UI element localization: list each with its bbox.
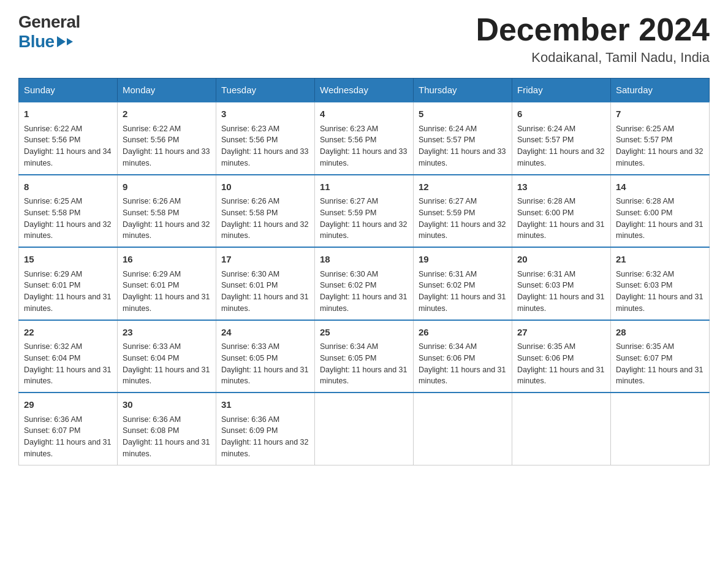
daylight-label: Daylight: 11 hours and 33 minutes.: [320, 147, 407, 167]
daylight-label: Daylight: 11 hours and 31 minutes.: [517, 293, 604, 313]
day-number: 26: [419, 326, 507, 340]
sunrise-label: Sunrise: 6:23 AM: [221, 124, 279, 133]
sunrise-label: Sunrise: 6:34 AM: [419, 342, 477, 351]
day-number: 9: [123, 180, 211, 194]
header-tuesday: Tuesday: [216, 79, 315, 102]
table-row: 2 Sunrise: 6:22 AM Sunset: 5:56 PM Dayli…: [118, 102, 216, 175]
sunrise-label: Sunrise: 6:24 AM: [419, 124, 477, 133]
sunset-label: Sunset: 6:00 PM: [616, 209, 672, 217]
table-row: 15 Sunrise: 6:29 AM Sunset: 6:01 PM Dayl…: [19, 247, 118, 320]
sunrise-label: Sunrise: 6:36 AM: [221, 415, 279, 424]
page-header: General Blue December 2024 Kodaikanal, T…: [18, 12, 710, 66]
day-number: 7: [616, 107, 704, 121]
day-number: 18: [320, 253, 408, 267]
day-number: 12: [419, 180, 507, 194]
sunrise-label: Sunrise: 6:32 AM: [24, 342, 82, 351]
table-row: 3 Sunrise: 6:23 AM Sunset: 5:56 PM Dayli…: [216, 102, 315, 175]
daylight-label: Daylight: 11 hours and 32 minutes.: [517, 147, 604, 167]
table-row: 10 Sunrise: 6:26 AM Sunset: 5:58 PM Dayl…: [216, 175, 315, 248]
table-row: [315, 393, 414, 465]
sunset-label: Sunset: 6:07 PM: [616, 354, 672, 362]
table-row: 17 Sunrise: 6:30 AM Sunset: 6:01 PM Dayl…: [216, 247, 315, 320]
sunrise-label: Sunrise: 6:34 AM: [320, 342, 378, 351]
daylight-label: Daylight: 11 hours and 31 minutes.: [320, 366, 407, 386]
day-number: 1: [24, 107, 112, 121]
logo-general-text: General: [18, 12, 80, 32]
daylight-label: Daylight: 11 hours and 31 minutes.: [123, 438, 210, 458]
sunset-label: Sunset: 6:00 PM: [517, 209, 574, 217]
sunrise-label: Sunrise: 6:29 AM: [123, 270, 181, 278]
sunrise-label: Sunrise: 6:22 AM: [24, 124, 82, 133]
sunrise-label: Sunrise: 6:31 AM: [419, 270, 477, 278]
table-row: 31 Sunrise: 6:36 AM Sunset: 6:09 PM Dayl…: [216, 393, 315, 465]
table-row: 28 Sunrise: 6:35 AM Sunset: 6:07 PM Dayl…: [611, 320, 710, 393]
daylight-label: Daylight: 11 hours and 31 minutes.: [123, 293, 210, 313]
table-row: 12 Sunrise: 6:27 AM Sunset: 5:59 PM Dayl…: [414, 175, 512, 248]
table-row: [512, 393, 611, 465]
daylight-label: Daylight: 11 hours and 33 minutes.: [419, 147, 506, 167]
sunrise-label: Sunrise: 6:27 AM: [320, 197, 378, 205]
sunset-label: Sunset: 6:01 PM: [123, 281, 179, 289]
day-number: 14: [616, 180, 704, 194]
table-row: 11 Sunrise: 6:27 AM Sunset: 5:59 PM Dayl…: [315, 175, 414, 248]
table-row: 23 Sunrise: 6:33 AM Sunset: 6:04 PM Dayl…: [118, 320, 216, 393]
sunset-label: Sunset: 6:01 PM: [221, 281, 278, 289]
day-number: 15: [24, 253, 112, 267]
day-number: 27: [517, 326, 605, 340]
table-row: 8 Sunrise: 6:25 AM Sunset: 5:58 PM Dayli…: [19, 175, 118, 248]
sunrise-label: Sunrise: 6:24 AM: [517, 124, 575, 133]
daylight-label: Daylight: 11 hours and 32 minutes.: [320, 220, 407, 240]
location-subtitle: Kodaikanal, Tamil Nadu, India: [476, 50, 710, 66]
sunrise-label: Sunrise: 6:28 AM: [517, 197, 575, 205]
header-saturday: Saturday: [611, 79, 710, 102]
sunset-label: Sunset: 5:58 PM: [24, 209, 80, 217]
day-number: 24: [221, 326, 309, 340]
sunrise-label: Sunrise: 6:30 AM: [320, 270, 378, 278]
daylight-label: Daylight: 11 hours and 32 minutes.: [419, 220, 506, 240]
daylight-label: Daylight: 11 hours and 31 minutes.: [221, 293, 308, 313]
table-row: 1 Sunrise: 6:22 AM Sunset: 5:56 PM Dayli…: [19, 102, 118, 175]
table-row: 9 Sunrise: 6:26 AM Sunset: 5:58 PM Dayli…: [118, 175, 216, 248]
table-row: 6 Sunrise: 6:24 AM Sunset: 5:57 PM Dayli…: [512, 102, 611, 175]
table-row: 21 Sunrise: 6:32 AM Sunset: 6:03 PM Dayl…: [611, 247, 710, 320]
day-number: 22: [24, 326, 112, 340]
month-year-title: December 2024: [476, 12, 710, 47]
logo-blue-text: Blue: [18, 32, 73, 52]
daylight-label: Daylight: 11 hours and 31 minutes.: [616, 220, 703, 240]
table-row: 26 Sunrise: 6:34 AM Sunset: 6:06 PM Dayl…: [414, 320, 512, 393]
sunset-label: Sunset: 6:07 PM: [24, 426, 80, 435]
day-number: 10: [221, 180, 309, 194]
day-number: 30: [123, 398, 211, 412]
sunrise-label: Sunrise: 6:30 AM: [221, 270, 279, 278]
calendar-week-row: 29 Sunrise: 6:36 AM Sunset: 6:07 PM Dayl…: [19, 393, 710, 465]
table-row: 30 Sunrise: 6:36 AM Sunset: 6:08 PM Dayl…: [118, 393, 216, 465]
calendar-week-row: 1 Sunrise: 6:22 AM Sunset: 5:56 PM Dayli…: [19, 102, 710, 175]
header-thursday: Thursday: [414, 79, 512, 102]
sunrise-label: Sunrise: 6:27 AM: [419, 197, 477, 205]
table-row: 13 Sunrise: 6:28 AM Sunset: 6:00 PM Dayl…: [512, 175, 611, 248]
sunset-label: Sunset: 6:05 PM: [320, 354, 376, 362]
sunset-label: Sunset: 6:03 PM: [517, 281, 574, 289]
sunset-label: Sunset: 5:57 PM: [517, 136, 574, 144]
sunrise-label: Sunrise: 6:28 AM: [616, 197, 674, 205]
sunset-label: Sunset: 6:06 PM: [419, 354, 475, 362]
day-number: 29: [24, 398, 112, 412]
sunrise-label: Sunrise: 6:31 AM: [517, 270, 575, 278]
daylight-label: Daylight: 11 hours and 31 minutes.: [320, 293, 407, 313]
daylight-label: Daylight: 11 hours and 32 minutes.: [221, 438, 308, 458]
table-row: 24 Sunrise: 6:33 AM Sunset: 6:05 PM Dayl…: [216, 320, 315, 393]
sunrise-label: Sunrise: 6:35 AM: [616, 342, 674, 351]
sunset-label: Sunset: 6:08 PM: [123, 426, 179, 435]
sunset-label: Sunset: 5:58 PM: [123, 209, 179, 217]
header-sunday: Sunday: [19, 79, 118, 102]
sunrise-label: Sunrise: 6:36 AM: [123, 415, 181, 424]
day-number: 2: [123, 107, 211, 121]
day-number: 17: [221, 253, 309, 267]
sunrise-label: Sunrise: 6:23 AM: [320, 124, 378, 133]
calendar-table: Sunday Monday Tuesday Wednesday Thursday…: [18, 78, 710, 465]
sunset-label: Sunset: 5:56 PM: [123, 136, 179, 144]
sunset-label: Sunset: 6:03 PM: [616, 281, 672, 289]
header-wednesday: Wednesday: [315, 79, 414, 102]
daylight-label: Daylight: 11 hours and 31 minutes.: [123, 366, 210, 386]
table-row: 7 Sunrise: 6:25 AM Sunset: 5:57 PM Dayli…: [611, 102, 710, 175]
